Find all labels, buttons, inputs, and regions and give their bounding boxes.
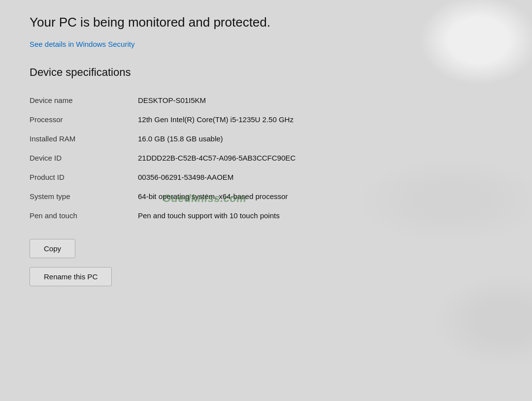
table-row: Device ID21DDD22B-C52B-4C57-A096-5AB3CCF… [30, 148, 502, 167]
spec-value: Pen and touch support with 10 touch poin… [138, 206, 502, 225]
spec-value: 21DDD22B-C52B-4C57-A096-5AB3CCFC90EC [138, 148, 502, 167]
windows-security-link[interactable]: See details in Windows Security [30, 40, 134, 48]
spec-value: 00356-06291-53498-AAOEM [138, 167, 502, 187]
spec-value: 64-bit operating system, x64-based proce… [138, 187, 502, 206]
table-row: Device nameDESKTOP-S01I5KM [30, 91, 502, 110]
specs-table: Device nameDESKTOP-S01I5KMProcessor12th … [30, 91, 502, 225]
buttons-container: Copy Rename this PC [30, 239, 502, 295]
table-row: Processor12th Gen Intel(R) Core(TM) i5-1… [30, 110, 502, 129]
copy-button[interactable]: Copy [30, 239, 75, 258]
spec-value: 12th Gen Intel(R) Core(TM) i5-1235U 2.50… [138, 110, 502, 129]
spec-label: System type [30, 187, 138, 206]
security-title: Your PC is being monitored and protected… [30, 14, 335, 31]
spec-label: Installed RAM [30, 129, 138, 148]
device-specifications-section: Device specifications Device nameDESKTOP… [30, 66, 502, 225]
section-title: Device specifications [30, 66, 502, 79]
spec-value: 16.0 GB (15.8 GB usable) [138, 129, 502, 148]
spec-label: Device ID [30, 148, 138, 167]
spec-label: Product ID [30, 167, 138, 187]
table-row: Product ID00356-06291-53498-AAOEM [30, 167, 502, 187]
table-row: Pen and touchPen and touch support with … [30, 206, 502, 225]
spec-label: Processor [30, 110, 138, 129]
table-row: Installed RAM16.0 GB (15.8 GB usable) [30, 129, 502, 148]
spec-label: Device name [30, 91, 138, 110]
spec-label: Pen and touch [30, 206, 138, 225]
spec-value: DESKTOP-S01I5KM [138, 91, 502, 110]
rename-pc-button[interactable]: Rename this PC [30, 267, 112, 286]
table-row: System type64-bit operating system, x64-… [30, 187, 502, 206]
